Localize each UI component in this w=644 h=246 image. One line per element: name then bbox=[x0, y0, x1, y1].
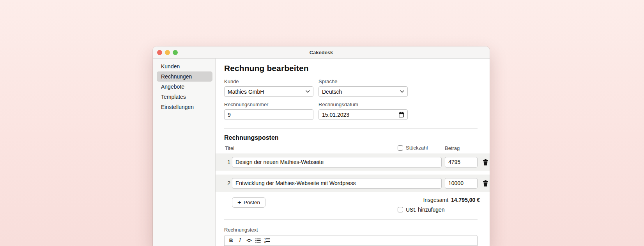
kunde-label: Kunde bbox=[224, 78, 313, 85]
sidebar: Kunden Rechnungen Angebote Templates Ein… bbox=[153, 59, 216, 246]
row-titel-input[interactable] bbox=[235, 159, 438, 165]
table-row: 1 bbox=[216, 153, 490, 171]
trash-icon bbox=[483, 180, 488, 187]
column-stueckzahl: Stückzahl bbox=[406, 145, 428, 151]
total-value: 14.795,00 € bbox=[451, 197, 480, 203]
rechnungsdatum-input[interactable]: 15.01.2023 bbox=[318, 109, 408, 120]
row-number: 2 bbox=[225, 180, 230, 186]
row-titel-input[interactable] bbox=[235, 180, 438, 186]
trash-icon bbox=[483, 159, 488, 166]
page-title: Rechnung bearbeiten bbox=[224, 63, 490, 73]
window-title: Cakedesk bbox=[153, 50, 490, 55]
vat-label: USt. hinzufügen bbox=[406, 207, 445, 213]
chevron-down-icon bbox=[306, 90, 310, 93]
numbered-list-icon: 1 2 bbox=[264, 238, 270, 243]
sidebar-item-angebote[interactable]: Angebote bbox=[157, 82, 212, 92]
sidebar-item-einstellungen[interactable]: Einstellungen bbox=[157, 102, 212, 112]
bold-button[interactable]: B bbox=[227, 237, 235, 244]
column-betrag: Betrag bbox=[445, 145, 460, 151]
divider bbox=[224, 128, 478, 129]
editor-toolbar: B I <> bbox=[225, 235, 477, 246]
total-label: Insgesamt bbox=[423, 197, 448, 203]
sidebar-item-rechnungen[interactable]: Rechnungen bbox=[157, 71, 212, 82]
chevron-down-icon bbox=[400, 90, 404, 93]
bullet-list-button[interactable] bbox=[254, 237, 262, 244]
numbered-list-button[interactable]: 1 2 bbox=[263, 237, 271, 244]
kunde-select[interactable]: Mathies GmbH bbox=[224, 86, 313, 97]
delete-row-button[interactable] bbox=[481, 158, 490, 166]
rechnungsdatum-label: Rechnungsdatum bbox=[318, 102, 408, 108]
bullet-list-icon bbox=[255, 238, 261, 243]
rechnungsnummer-label: Rechnungsnummer bbox=[224, 102, 313, 108]
invoice-form: Kunde Mathies GmbH Sprache Deutsch bbox=[224, 78, 478, 120]
row-number: 1 bbox=[225, 159, 230, 165]
rechnungsposten-title: Rechnungsposten bbox=[224, 134, 490, 142]
italic-button[interactable]: I bbox=[236, 237, 244, 244]
sprache-select-value: Deutsch bbox=[322, 89, 342, 95]
add-posten-button[interactable]: + Posten bbox=[232, 197, 265, 208]
plus-icon: + bbox=[237, 199, 241, 206]
row-betrag-input[interactable] bbox=[448, 159, 474, 165]
rechnungstext-label: Rechnungstext bbox=[224, 227, 490, 233]
posten-rows: 1 bbox=[216, 153, 490, 192]
sprache-label: Sprache bbox=[318, 78, 408, 85]
rechnungsnummer-input[interactable] bbox=[228, 112, 310, 118]
posten-columns-header: Titel Stückzahl Betrag bbox=[216, 145, 490, 152]
row-betrag-input[interactable] bbox=[448, 180, 474, 186]
vat-checkbox[interactable] bbox=[398, 207, 403, 212]
calendar-icon[interactable] bbox=[398, 112, 404, 118]
column-titel: Titel bbox=[225, 145, 234, 151]
rechnungstext-editor: B I <> bbox=[224, 235, 478, 246]
add-posten-label: Posten bbox=[244, 200, 260, 205]
posten-footer: + Posten Insgesamt14.795,00 € USt. hinzu… bbox=[216, 196, 490, 219]
svg-text:2: 2 bbox=[264, 241, 266, 243]
delete-row-button[interactable] bbox=[481, 179, 490, 187]
app-window: Cakedesk Kunden Rechnungen Angebote Temp… bbox=[153, 46, 490, 246]
sidebar-item-templates[interactable]: Templates bbox=[157, 92, 212, 102]
main-content: Rechnung bearbeiten Kunde Mathies GmbH S… bbox=[216, 59, 490, 246]
titlebar[interactable]: Cakedesk bbox=[153, 46, 490, 59]
sprache-select[interactable]: Deutsch bbox=[318, 86, 408, 97]
divider bbox=[224, 219, 478, 220]
total-line: Insgesamt14.795,00 € bbox=[423, 196, 480, 203]
table-row: 2 bbox=[216, 175, 490, 192]
sidebar-item-kunden[interactable]: Kunden bbox=[157, 61, 212, 71]
kunde-select-value: Mathies GmbH bbox=[228, 89, 264, 95]
rechnungsdatum-value: 15.01.2023 bbox=[322, 112, 349, 118]
code-button[interactable]: <> bbox=[245, 237, 253, 244]
stueckzahl-checkbox[interactable] bbox=[398, 145, 403, 151]
